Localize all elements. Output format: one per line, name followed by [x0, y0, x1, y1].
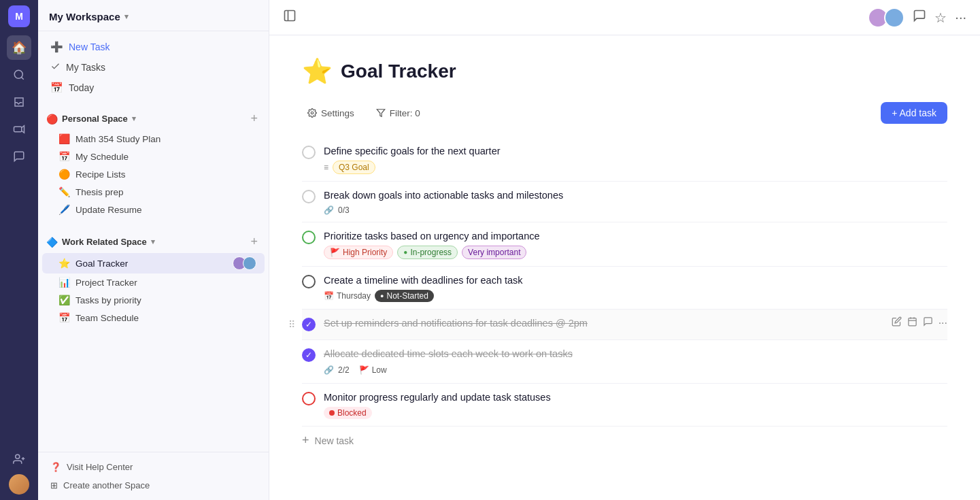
workspace-avatar[interactable]: M	[8, 5, 30, 27]
personal-space-header: 🔴 Personal Space ▾ +	[38, 106, 269, 130]
svg-rect-9	[909, 318, 916, 326]
sidebar-item-team-schedule[interactable]: 📅 Team Schedule	[42, 309, 265, 327]
chat-top-icon[interactable]	[913, 9, 926, 26]
home-nav-icon[interactable]: 🏠	[7, 35, 31, 60]
filter-label: Filter: 0	[390, 108, 420, 118]
table-row: ⠿ ✓ Set up reminders and notifications f…	[302, 310, 947, 340]
personal-space-icon: 🔴	[46, 114, 58, 124]
team-schedule-icon: 📅	[58, 312, 70, 323]
task-3-tag-high[interactable]: 🚩 High Priority	[324, 246, 393, 259]
task-3-tag-important[interactable]: Very important	[462, 246, 526, 259]
task-4-name: Create a timeline with deadlines for eac…	[324, 273, 947, 287]
svg-point-3	[16, 454, 20, 459]
work-space-section: 🔷 Work Related Space ▾ + ⭐ Goal Tracker …	[38, 229, 269, 327]
sidebar-item-tasks-priority[interactable]: ✅ Tasks by priority	[42, 291, 265, 309]
task-4-notstarted[interactable]: ● Not-Started	[375, 290, 434, 302]
workspace-chevron: ▾	[124, 12, 129, 21]
video-nav-icon[interactable]	[7, 117, 31, 141]
task-6-body: Allocate dedicated time slots each week …	[324, 347, 947, 376]
personal-space-title: Personal Space	[62, 114, 128, 124]
work-space-icon: 🔷	[46, 237, 58, 248]
new-task-nav-item[interactable]: ➕ New Task	[44, 37, 263, 57]
task-3-checkbox[interactable]	[302, 231, 316, 244]
notstarted-dot: ●	[380, 293, 384, 299]
project-tracker-label: Project Tracker	[75, 278, 137, 288]
sidebar-item-goal-tracker[interactable]: ⭐ Goal Tracker	[42, 253, 265, 273]
user-avatar[interactable]	[9, 474, 29, 495]
task-3-name: Prioritize tasks based on urgency and im…	[324, 229, 947, 243]
task-1-checkbox[interactable]	[302, 146, 316, 159]
more-top-icon[interactable]: ···	[955, 10, 966, 25]
add-people-nav-icon[interactable]	[7, 447, 31, 471]
create-space-item[interactable]: ⊞ Create another Space	[44, 476, 263, 495]
task-7-body: Monitor progress regularly and update ta…	[324, 390, 947, 419]
table-row: ✓ Allocate dedicated time slots each wee…	[302, 340, 947, 383]
task-2-checkbox[interactable]	[302, 190, 316, 203]
task-5-checkbox[interactable]: ✓	[302, 318, 316, 331]
personal-space-title-row[interactable]: 🔴 Personal Space ▾	[46, 114, 136, 124]
task-1-tag-q3[interactable]: Q3 Goal	[333, 161, 375, 174]
chat-nav-icon[interactable]	[7, 144, 31, 169]
workspace-label: My Workspace	[49, 11, 120, 22]
more-action-icon[interactable]: ···	[939, 317, 947, 329]
add-task-button[interactable]: + Add task	[881, 102, 947, 124]
sidebar-item-recipe[interactable]: 🟠 Recipe Lists	[42, 165, 265, 183]
task-7-tag-blocked[interactable]: Blocked	[324, 407, 372, 419]
edit-icon[interactable]	[892, 316, 902, 329]
avatar-group[interactable]	[868, 7, 905, 28]
today-label: Today	[69, 82, 94, 93]
calendar-icon: 📅	[324, 291, 334, 301]
sidebar-item-thesis[interactable]: ✏️ Thesis prep	[42, 183, 265, 201]
top-bar-left	[283, 9, 297, 26]
work-space-add-button[interactable]: +	[248, 233, 260, 250]
help-center-item[interactable]: ❓ Visit Help Center	[44, 458, 263, 476]
svg-point-0	[14, 70, 22, 78]
task-2-subtask-icon: 🔗	[324, 205, 334, 215]
task-1-name: Define specific goals for the next quart…	[324, 144, 947, 158]
drag-handle-icon[interactable]: ⠿	[288, 319, 295, 330]
personal-space-add-button[interactable]: +	[248, 110, 260, 127]
my-tasks-nav-item[interactable]: My Tasks	[44, 57, 263, 78]
task-3-tag-inprogress[interactable]: ● In-progress	[397, 246, 458, 259]
settings-button[interactable]: Settings	[302, 105, 360, 122]
work-space-title-row[interactable]: 🔷 Work Related Space ▾	[46, 237, 155, 248]
today-nav-item[interactable]: 📅 Today	[44, 78, 263, 98]
table-row: Monitor progress regularly and update ta…	[302, 384, 947, 427]
low-flag-icon: 🚩	[359, 365, 369, 375]
sidebar-item-project-tracker[interactable]: 📊 Project Tracker	[42, 273, 265, 291]
task-3-body: Prioritize tasks based on urgency and im…	[324, 229, 947, 259]
task-6-tag-low[interactable]: 🚩 Low	[354, 364, 392, 376]
task-3-meta: 🚩 High Priority ● In-progress Very impor…	[324, 246, 947, 259]
filter-button[interactable]: Filter: 0	[371, 105, 426, 122]
left-panel-footer: ❓ Visit Help Center ⊞ Create another Spa…	[38, 452, 269, 500]
svg-line-1	[21, 77, 23, 79]
sidebar-item-resume[interactable]: 🖊️ Update Resume	[42, 201, 265, 218]
task-4-checkbox[interactable]	[302, 275, 316, 288]
task-7-checkbox[interactable]	[302, 392, 316, 405]
task-6-meta: 🔗 2/2 🚩 Low	[324, 364, 947, 376]
task-1-meta: ≡ Q3 Goal	[324, 161, 947, 174]
task-6-checkbox[interactable]: ✓	[302, 348, 316, 362]
star-top-icon[interactable]: ☆	[934, 10, 947, 26]
workspace-name[interactable]: My Workspace ▾	[49, 11, 129, 22]
goal-tracker-label: Goal Tracker	[75, 259, 128, 269]
high-priority-flag: 🚩	[330, 248, 340, 257]
task-6-name: Allocate dedicated time slots each week …	[324, 347, 947, 361]
search-nav-icon[interactable]	[7, 63, 31, 87]
task-5-name: Set up reminders and notifications for t…	[324, 316, 883, 330]
sidebar-toggle-icon[interactable]	[283, 9, 297, 26]
task-1-body: Define specific goals for the next quart…	[324, 144, 947, 174]
task-6-subtask-icon: 🔗	[324, 365, 334, 375]
assign-action-icon[interactable]	[923, 316, 933, 329]
new-task-row[interactable]: + New task	[302, 427, 947, 454]
calendar-action-icon[interactable]	[907, 316, 917, 329]
svg-rect-2	[14, 127, 22, 132]
sidebar-item-schedule[interactable]: 📅 My Schedule	[42, 148, 265, 165]
inbox-nav-icon[interactable]	[7, 90, 31, 114]
sidebar-item-math[interactable]: 🟥 Math 354 Study Plan	[42, 130, 265, 148]
goal-tracker-avatars	[236, 256, 256, 270]
settings-label: Settings	[321, 108, 354, 118]
task-7-meta: Blocked	[324, 407, 947, 419]
task-4-meta: 📅 Thursday ● Not-Started	[324, 290, 947, 302]
my-tasks-label: My Tasks	[66, 62, 105, 73]
